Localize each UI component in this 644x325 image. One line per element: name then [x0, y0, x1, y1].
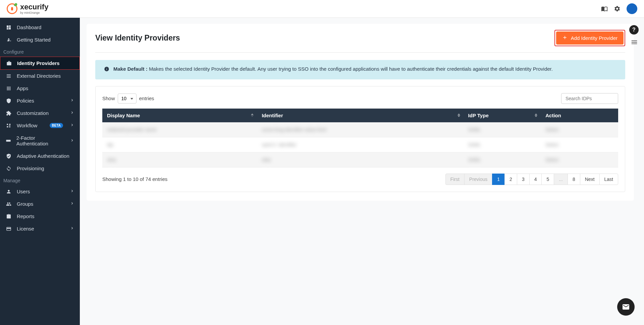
sidebar-item-policies[interactable]: Policies: [0, 94, 80, 107]
show-label-pre: Show: [102, 95, 115, 101]
sidebar-item-provisioning[interactable]: Provisioning: [0, 162, 80, 175]
rocket-icon: [5, 37, 12, 43]
sidebar-section-configure: Configure: [0, 46, 80, 57]
verified-icon: [5, 153, 12, 159]
plus-icon: [562, 35, 568, 41]
column-identifier[interactable]: Identifier: [257, 109, 463, 122]
docs-icon[interactable]: [601, 5, 608, 12]
add-button-highlight: Add Identity Provider: [554, 30, 625, 46]
sidebar-label: Customization: [17, 110, 49, 116]
page-number-button[interactable]: 2: [504, 174, 517, 185]
svg-rect-0: [6, 140, 11, 141]
chevron-right-icon: [70, 138, 74, 144]
showing-text: Showing 1 to 10 of 74 entries: [102, 176, 167, 182]
sidebar-item-getting-started[interactable]: Getting Started: [0, 34, 80, 46]
page-last-button[interactable]: Last: [599, 174, 618, 185]
page-number-button[interactable]: 5: [541, 174, 554, 185]
table-row: okta okta SAML Select: [102, 152, 618, 167]
sidebar-label: Dashboard: [17, 24, 41, 30]
dashboard-icon: [5, 25, 12, 30]
page-number-button[interactable]: 1: [492, 174, 505, 185]
sidebar-label: Users: [17, 189, 30, 194]
pagination: First Previous 1 2 3 4 5 ... 8 Next Last: [446, 174, 618, 185]
sidebar-label: Getting Started: [17, 37, 51, 43]
info-icon: [104, 66, 109, 74]
help-button[interactable]: ?: [629, 25, 639, 35]
sidebar-item-identity-providers[interactable]: Identity Providers: [0, 57, 80, 70]
list-icon: [5, 73, 12, 79]
chevron-right-icon: [70, 189, 74, 194]
logo-icon: [7, 3, 17, 14]
sidebar-item-license[interactable]: License: [0, 222, 80, 235]
sidebar: Dashboard Getting Started Configure Iden…: [0, 18, 80, 325]
sidebar-label: Groups: [17, 201, 33, 207]
sidebar-label: Identity Providers: [17, 60, 60, 66]
main-content: View Identity Providers Add Identity Pro…: [80, 18, 644, 325]
page-title: View Identity Providers: [95, 34, 180, 43]
sync-icon: [5, 166, 12, 171]
page-number-button[interactable]: 8: [568, 174, 580, 185]
entries-select[interactable]: 10: [118, 93, 137, 104]
page-number-button[interactable]: 3: [517, 174, 530, 185]
user-icon: [5, 189, 12, 194]
chevron-right-icon: [70, 110, 74, 116]
sidebar-item-dashboard[interactable]: Dashboard: [0, 21, 80, 34]
chevron-right-icon: [70, 123, 74, 128]
sidebar-label: Reports: [17, 213, 35, 219]
chevron-right-icon: [70, 226, 74, 232]
sidebar-section-manage: Manage: [0, 175, 80, 185]
brand-logo[interactable]: xecurify by miniOrange: [7, 3, 48, 14]
workflow-icon: [5, 123, 12, 128]
sidebar-item-2fa[interactable]: 2-Factor Authentication: [0, 132, 80, 150]
password-icon: [5, 138, 12, 143]
group-icon: [5, 201, 12, 207]
page-first-button[interactable]: First: [445, 174, 465, 185]
shield-icon: [5, 98, 12, 104]
card-icon: [5, 226, 12, 232]
puzzle-icon: [5, 111, 12, 116]
sidebar-item-customization[interactable]: Customization: [0, 107, 80, 119]
column-idp-type[interactable]: IdP Type: [464, 109, 541, 122]
sidebar-label: Policies: [17, 98, 34, 104]
sidebar-label: Provisioning: [17, 166, 44, 171]
brand-byline: by miniOrange: [20, 11, 48, 14]
info-body: Makes the selected Identity Provider the…: [149, 66, 553, 72]
sidebar-label: 2-Factor Authentication: [16, 135, 65, 146]
page-previous-button[interactable]: Previous: [464, 174, 492, 185]
chevron-right-icon: [70, 201, 74, 207]
search-input[interactable]: [561, 93, 618, 104]
brand-name: xecurify: [20, 3, 48, 11]
column-action: Action: [541, 109, 618, 122]
page-number-button[interactable]: 4: [529, 174, 542, 185]
info-banner: Make Default : Makes the selected Identi…: [95, 60, 625, 79]
page-ellipsis: ...: [554, 174, 568, 185]
sidebar-item-workflow[interactable]: Workflow BETA: [0, 119, 80, 132]
add-identity-provider-button[interactable]: Add Identity Provider: [556, 31, 624, 45]
table-row: redacted provider name some-long-identif…: [102, 122, 618, 137]
chat-button[interactable]: [617, 298, 635, 316]
sidebar-label: License: [17, 226, 34, 232]
sidebar-item-reports[interactable]: Reports: [0, 210, 80, 222]
sidebar-label: Adaptive Authentication: [17, 153, 69, 159]
sidebar-item-apps[interactable]: Apps: [0, 82, 80, 94]
page-next-button[interactable]: Next: [580, 174, 600, 185]
sidebar-item-external-directories[interactable]: External Directories: [0, 70, 80, 82]
clipboard-icon: [5, 214, 12, 219]
sidebar-item-adaptive-auth[interactable]: Adaptive Authentication: [0, 150, 80, 162]
info-title: Make Default :: [113, 66, 148, 72]
chevron-right-icon: [70, 98, 74, 104]
show-label-post: entries: [139, 95, 154, 101]
avatar[interactable]: [627, 3, 637, 14]
drawer-toggle-icon[interactable]: [631, 39, 638, 47]
idp-table: Display Name Identifier IdP Type Action …: [102, 109, 618, 168]
column-display-name[interactable]: Display Name: [102, 109, 257, 122]
sidebar-item-users[interactable]: Users: [0, 185, 80, 198]
sidebar-label: Apps: [17, 85, 28, 91]
idp-table-card: Show 10 entries Display Name: [95, 86, 625, 192]
beta-badge: BETA: [50, 123, 63, 128]
gear-icon[interactable]: [614, 5, 621, 12]
briefcase-icon: [6, 61, 12, 66]
sidebar-item-groups[interactable]: Groups: [0, 198, 80, 210]
sidebar-label: External Directories: [17, 73, 61, 79]
sidebar-label: Workflow: [17, 123, 37, 128]
